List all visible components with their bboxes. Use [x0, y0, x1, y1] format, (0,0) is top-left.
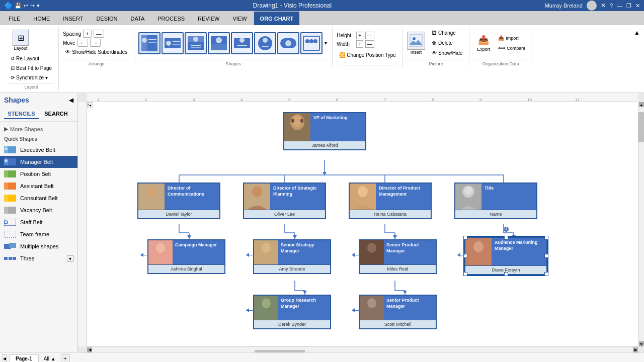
node-mgr3[interactable]: Senior Product Manager Miles Reid — [359, 239, 437, 274]
quick-shapes-section[interactable]: Quick Shapes — [0, 134, 77, 144]
handle-t[interactable] — [504, 236, 508, 240]
export-button[interactable]: 📤 Export — [473, 32, 494, 54]
shape-thumb-7[interactable] — [277, 32, 299, 54]
shape-item-executive-belt[interactable]: Executive Belt — [0, 144, 77, 156]
help-icon[interactable]: ? — [610, 3, 613, 9]
node-mgr2[interactable]: Senior Strategy Manager Amy Strande — [253, 239, 331, 274]
spacing-minus-btn[interactable]: — — [94, 30, 104, 38]
redo-icon[interactable]: ↪ — [30, 3, 35, 9]
shape-item-assistant-belt[interactable]: Assistant Belt — [0, 180, 77, 192]
scroll-up-btn[interactable]: ▲ — [639, 102, 644, 107]
node-vp[interactable]: VP of Marketing James Alford — [283, 112, 366, 150]
canvas-fold-indicator-left[interactable]: ◂ — [87, 102, 89, 107]
shape-thumb-6[interactable] — [254, 32, 276, 54]
tab-design[interactable]: DESIGN — [90, 11, 124, 25]
node-dir4[interactable]: Title Name — [454, 183, 537, 219]
scroll-right-btn[interactable]: ▶ — [633, 347, 638, 352]
svg-point-87 — [146, 186, 156, 197]
search-tab[interactable]: SEARCH — [39, 109, 73, 119]
more-shapes-item[interactable]: ▶ More Shapes — [0, 124, 77, 134]
tab-data[interactable]: DATA — [124, 11, 151, 25]
shape-item-three[interactable]: Three ▾ — [0, 252, 77, 264]
shape-thumb-2[interactable] — [162, 32, 184, 54]
rotate-handle[interactable]: ↺ — [504, 227, 509, 232]
close-user-panel[interactable]: ✕ — [601, 2, 606, 9]
layout-button[interactable]: ⊞ Layout — [8, 27, 33, 53]
tab-process[interactable]: PROCESS — [151, 11, 191, 25]
shape-item-staff-belt[interactable]: Staff Belt — [0, 216, 77, 228]
shape-thumb-5[interactable] — [231, 32, 253, 54]
node-dir1[interactable]: Director of Communications Daniel Taylor — [137, 183, 220, 219]
scroll-left-btn[interactable]: ◀ — [87, 347, 92, 352]
collapse-panel-btn[interactable]: ◀ — [69, 97, 73, 104]
insert-picture-button[interactable]: Insert — [407, 32, 425, 55]
synchronize-button[interactable]: ⟳ Synchronize ▾ — [8, 73, 50, 82]
three-dropdown-btn[interactable]: ▾ — [67, 255, 73, 262]
stencils-tab[interactable]: STENCILS — [4, 109, 39, 119]
page-tab-1[interactable]: Page-1 — [9, 354, 39, 362]
restore-icon[interactable]: ❐ — [626, 3, 631, 9]
move-left-btn[interactable]: ← — [77, 39, 88, 47]
shape-thumb-1[interactable] — [138, 32, 160, 54]
quick-access-toolbar[interactable]: 🔷 💾 ↩ ↪ ▾ — [4, 2, 40, 10]
shapes-dropdown-btn[interactable]: ▾ — [324, 38, 328, 48]
handle-br[interactable] — [544, 272, 548, 276]
shape-item-vacancy-belt[interactable]: Vacancy Belt — [0, 204, 77, 216]
handle-r[interactable] — [544, 254, 548, 258]
vertical-scrollbar[interactable]: ▲ ▼ — [638, 102, 644, 346]
page-scroll-left[interactable]: ◀ — [2, 354, 7, 363]
node-mgr4[interactable]: ↺ Audience Marketing Manager Diane Forsy… — [464, 237, 547, 275]
node-mgr1[interactable]: Campaign Manager Ashima Singhal — [147, 239, 225, 274]
node-grp2[interactable]: Senior Product Manager Scott Mitchell — [359, 295, 437, 329]
tab-file[interactable]: FILE — [2, 11, 27, 25]
shape-thumb-4[interactable] — [208, 32, 230, 54]
shape-item-team-frame[interactable]: Team frame — [0, 228, 77, 240]
horizontal-scrollbar[interactable]: ◀ ▶ — [87, 346, 638, 352]
tab-review[interactable]: REVIEW — [191, 11, 226, 25]
change-picture-button[interactable]: 🖼Change — [429, 29, 465, 37]
scroll-thumb-h[interactable] — [255, 350, 305, 353]
delete-picture-button[interactable]: 🗑Delete — [429, 39, 465, 47]
show-hide-picture-button[interactable]: 👁Show/Hide — [429, 49, 465, 57]
collapse-ribbon-btn[interactable]: ▲ — [634, 29, 640, 36]
shape-item-consultant-belt[interactable]: Consultant Belt — [0, 192, 77, 204]
shape-item-multiple-shapes[interactable]: Multiple shapes — [0, 240, 77, 252]
import-button[interactable]: 📥Import — [496, 34, 528, 42]
save-icon[interactable]: 💾 — [15, 3, 22, 9]
handle-tl[interactable] — [463, 236, 467, 240]
node-dir3[interactable]: Director of Product Management Reina Cab… — [349, 183, 432, 219]
spacing-plus-btn[interactable]: + — [83, 30, 91, 38]
tab-home[interactable]: HOME — [27, 11, 56, 25]
show-hide-subordinates-button[interactable]: 👁 Show/Hide Subordinates — [63, 48, 130, 56]
diagram-canvas[interactable]: VP of Marketing James Alford Director of — [87, 102, 638, 346]
shape-thumb-3[interactable] — [185, 32, 207, 54]
height-minus-btn[interactable]: — — [365, 32, 374, 39]
move-right-btn[interactable]: → — [90, 39, 101, 47]
scroll-thumb-v[interactable] — [638, 112, 644, 142]
handle-b[interactable] — [504, 272, 508, 276]
shape-item-position-belt[interactable]: Position Belt — [0, 168, 77, 180]
tab-org-chart[interactable]: ORG CHART — [254, 11, 300, 25]
relayout-button[interactable]: ↺ Re-Layout — [8, 54, 42, 63]
width-minus-btn[interactable]: — — [365, 40, 374, 48]
tab-view[interactable]: VIEW — [226, 11, 253, 25]
scroll-down-btn[interactable]: ▼ — [639, 341, 644, 346]
add-page-btn[interactable]: + — [61, 354, 70, 363]
shape-thumb-8[interactable] — [300, 32, 323, 54]
node-dir2[interactable]: Director of Strategic Planning Oliver Le… — [243, 183, 326, 219]
handle-tr[interactable] — [544, 236, 548, 240]
node-grp1[interactable]: Group Research Manager Derek Synder — [253, 295, 331, 329]
tab-insert[interactable]: INSERT — [56, 11, 90, 25]
undo-icon[interactable]: ↩ — [24, 3, 28, 9]
org-data-group: 📤 Export 📥Import ⟺Compare Organization D… — [469, 27, 532, 67]
width-plus-btn[interactable]: + — [356, 40, 363, 48]
handle-bl[interactable] — [463, 272, 467, 276]
close-icon[interactable]: ✕ — [635, 3, 640, 9]
minimize-icon[interactable]: — — [617, 3, 622, 9]
change-position-type-button[interactable]: 🔀 Change Position Type — [337, 51, 398, 59]
compare-button[interactable]: ⟺Compare — [496, 44, 528, 52]
shape-item-manager-belt[interactable]: Manager Belt — [0, 156, 77, 168]
height-plus-btn[interactable]: + — [356, 32, 363, 39]
page-all-dropdown[interactable]: All ▲ — [41, 355, 59, 362]
best-fit-button[interactable]: ⊡ Best Fit to Page — [8, 64, 54, 72]
